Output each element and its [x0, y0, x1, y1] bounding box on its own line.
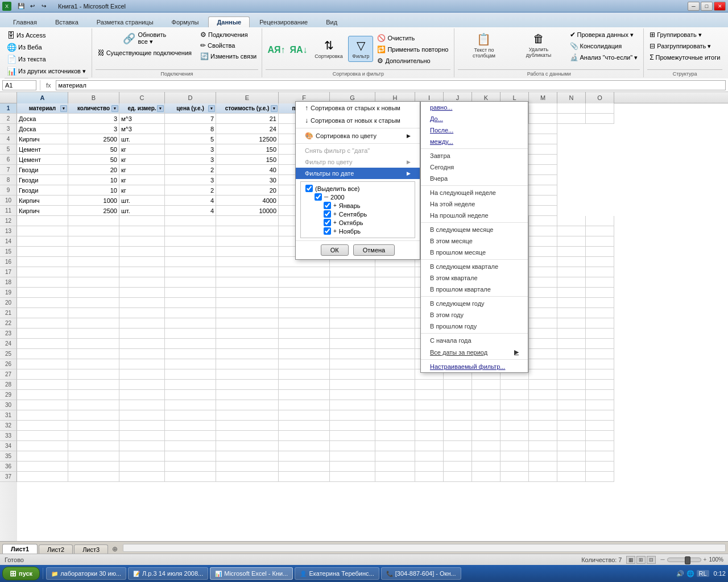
cell-e26[interactable] [216, 359, 279, 369]
cell-m27[interactable] [529, 369, 557, 380]
cell-c18[interactable] [119, 277, 165, 288]
btn-from-text[interactable]: 📄 Из текста [5, 53, 88, 65]
cell-k32[interactable] [472, 421, 500, 431]
cell-a32[interactable] [17, 421, 68, 431]
cell-m36[interactable] [529, 462, 557, 472]
cell-h28[interactable] [375, 380, 415, 390]
row-header-7[interactable]: 7 [0, 165, 17, 175]
row-header-24[interactable]: 24 [0, 339, 17, 349]
cell-o29[interactable] [586, 390, 614, 400]
cell-c8[interactable]: кг [119, 175, 165, 185]
btn-remove-duplicates[interactable]: 🗑 Удалить дубликаты [512, 30, 566, 61]
cell-c9[interactable]: кг [119, 185, 165, 196]
cell-d36[interactable] [165, 462, 216, 472]
taskbar-item-5[interactable]: 📞 [304-887-604] - Окн... [381, 567, 461, 580]
cell-h29[interactable] [375, 390, 415, 400]
cell-g20[interactable] [330, 298, 375, 308]
btn-existing-connections[interactable]: ⛓ Существующие подключения [96, 48, 194, 58]
cell-b22[interactable] [68, 318, 119, 329]
add-sheet-button[interactable]: ⊕ [109, 544, 121, 554]
cell-f22[interactable] [279, 318, 330, 329]
row-header-19[interactable]: 19 [0, 288, 17, 298]
row-header-36[interactable]: 36 [0, 462, 17, 472]
cell-c37[interactable] [119, 472, 165, 482]
cell-j36[interactable] [444, 462, 472, 472]
cell-a12[interactable] [17, 216, 68, 226]
cell-a27[interactable] [17, 369, 68, 380]
ds-after[interactable]: После... [421, 124, 528, 136]
cell-f37[interactable] [279, 472, 330, 482]
btn-change-links[interactable]: 🔄 Изменить связи [198, 51, 259, 61]
fd-check-2000[interactable]: ─ 2000 [305, 193, 410, 201]
cell-b18[interactable] [68, 277, 119, 288]
cell-f36[interactable] [279, 462, 330, 472]
cell-h20[interactable] [375, 298, 415, 308]
cell-e32[interactable] [216, 421, 279, 431]
cell-g30[interactable] [330, 400, 375, 410]
cell-f18[interactable] [279, 277, 330, 288]
cell-g33[interactable] [330, 431, 375, 441]
cell-g28[interactable] [330, 380, 375, 390]
save-button[interactable]: 💾 [16, 1, 26, 11]
cell-m28[interactable] [529, 380, 557, 390]
redo-button[interactable]: ↪ [39, 1, 49, 11]
cell-e18[interactable] [216, 277, 279, 288]
cell-b31[interactable] [68, 410, 119, 421]
cell-n16[interactable] [557, 257, 586, 267]
cell-a19[interactable] [17, 288, 68, 298]
cell-c10[interactable]: шт. [119, 196, 165, 206]
cell-n23[interactable] [557, 329, 586, 339]
filter-btn-material[interactable]: ▾ [60, 105, 67, 112]
undo-button[interactable]: ↩ [27, 1, 38, 11]
btn-validation[interactable]: ✔ Проверка данных ▾ [568, 30, 640, 40]
cell-e24[interactable] [216, 339, 279, 349]
btn-consolidate[interactable]: 📎 Консолидация [568, 41, 640, 51]
cell-d9[interactable]: 2 [165, 185, 216, 196]
cell-j37[interactable] [444, 472, 472, 482]
cell-g17[interactable] [330, 267, 375, 277]
row-header-32[interactable]: 32 [0, 421, 17, 431]
col-header-M[interactable]: M [529, 92, 557, 103]
cell-m14[interactable] [529, 236, 557, 247]
cell-d20[interactable] [165, 298, 216, 308]
btn-clear[interactable]: 🚫 Очистить [375, 33, 450, 43]
cell-a6[interactable]: Цемент [17, 155, 68, 165]
sheet-tab-1[interactable]: Лист1 [2, 544, 38, 554]
btn-ungroup[interactable]: ⊟ Разгруппировать ▾ [647, 41, 722, 51]
cell-d29[interactable] [165, 390, 216, 400]
cell-reference-input[interactable]: A1 [2, 80, 36, 90]
filter-btn-quantity[interactable]: ▾ [111, 105, 118, 112]
cell-b29[interactable] [68, 390, 119, 400]
cell-j32[interactable] [444, 421, 472, 431]
cell-g35[interactable] [330, 451, 375, 462]
view-normal-button[interactable]: ▦ [626, 556, 635, 564]
cell-l35[interactable] [500, 451, 529, 462]
cell-f21[interactable] [279, 308, 330, 318]
cell-f28[interactable] [279, 380, 330, 390]
row-header-12[interactable]: 12 [0, 216, 17, 226]
cell-f24[interactable] [279, 339, 330, 349]
cell-o14[interactable] [586, 236, 614, 247]
fd-ok-button[interactable]: ОК [321, 244, 349, 256]
cell-n29[interactable] [557, 390, 586, 400]
cell-o18[interactable] [586, 277, 614, 288]
cell-b11[interactable]: 2500 [68, 206, 119, 216]
cell-o16[interactable] [586, 257, 614, 267]
cell-i31[interactable] [415, 410, 444, 421]
cell-h24[interactable] [375, 339, 415, 349]
cell-d18[interactable] [165, 277, 216, 288]
cell-g22[interactable] [330, 318, 375, 329]
cell-e4[interactable]: 12500 [216, 134, 279, 144]
btn-properties[interactable]: ⚙ Подключения [198, 30, 259, 40]
cell-o2[interactable] [586, 114, 614, 124]
cell-a5[interactable]: Цемент [17, 144, 68, 155]
cell-n33[interactable] [557, 431, 586, 441]
cell-b24[interactable] [68, 339, 119, 349]
cell-m20[interactable] [529, 298, 557, 308]
cell-h22[interactable] [375, 318, 415, 329]
btn-connections[interactable]: 🔗 Обновить все ▾ [96, 30, 194, 47]
header-cell-cost[interactable]: стоимость (у.е.) ▾ [216, 103, 279, 114]
row-header-21[interactable]: 21 [0, 308, 17, 318]
cell-k28[interactable] [472, 380, 500, 390]
cell-l31[interactable] [500, 410, 529, 421]
